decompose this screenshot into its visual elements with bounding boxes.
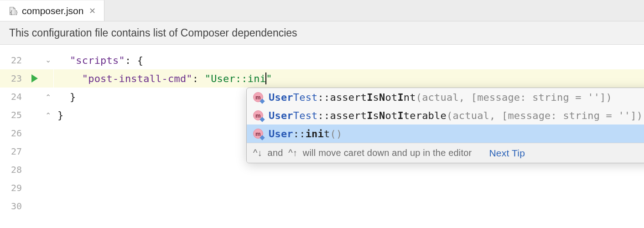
code-line	[54, 45, 644, 51]
banner-text: This configuration file contains list of…	[9, 27, 297, 39]
line-number: 29	[0, 179, 26, 197]
tab-label: composer.json	[22, 5, 83, 16]
code-line	[54, 197, 644, 215]
next-tip-link[interactable]: Next Tip	[489, 148, 525, 159]
code-line	[54, 161, 644, 179]
method-icon: m	[253, 110, 263, 120]
code-line	[54, 179, 644, 197]
completion-text: User::init()	[269, 128, 342, 140]
line-number: 23	[0, 69, 26, 88]
line-number: 22	[0, 51, 26, 69]
fold-end-icon[interactable]: ⌄	[43, 88, 53, 106]
line-number-partial: 21	[0, 45, 26, 51]
line-number: 25	[0, 106, 26, 124]
completion-text: UserTest::assertIsNotInt(actual, [messag…	[269, 92, 612, 103]
line-number: 26	[0, 124, 26, 142]
close-tab-icon[interactable]: ✕	[88, 6, 97, 16]
line-number: 30	[0, 197, 26, 215]
gutter-marks	[26, 45, 43, 228]
line-number: 24	[0, 88, 26, 106]
fold-end-icon[interactable]: ⌄	[43, 106, 53, 124]
line-number: 28	[0, 161, 26, 179]
code-completion-popup: mUserTest::assertIsNotInt(actual, [messa…	[246, 88, 644, 163]
fold-toggle-icon[interactable]: ⌄	[43, 51, 53, 69]
key-hint: ^↑	[288, 148, 297, 158]
completion-item[interactable]: mUserTest::assertIsNotInt(actual, [messa…	[247, 88, 644, 106]
svg-text:{ }: { }	[10, 10, 18, 15]
run-gutter-icon[interactable]	[26, 69, 43, 88]
completion-item[interactable]: mUser::init()	[247, 124, 644, 143]
code-editor[interactable]: 21 22 23 24 25 26 27 28 29 30 ⌄ ⌄ ⌄	[0, 45, 644, 228]
editor-tab-bar: { } composer.json ✕	[0, 0, 644, 21]
method-icon: m	[253, 92, 263, 102]
method-icon: m	[253, 129, 263, 139]
key-hint: ^↓	[253, 148, 262, 158]
tab-composer-json[interactable]: { } composer.json ✕	[0, 0, 104, 21]
completion-item[interactable]: mUserTest::assertIsNotIterable(actual, […	[247, 106, 644, 124]
code-line: "scripts": {	[54, 51, 644, 69]
code-area[interactable]: "scripts": { "post-install-cmd": "User::…	[54, 45, 644, 228]
gutter-line-numbers: 21 22 23 24 25 26 27 28 29 30	[0, 45, 26, 228]
composer-deps-banner: This configuration file contains list of…	[0, 21, 644, 45]
completion-text: UserTest::assertIsNotIterable(actual, [m…	[269, 110, 643, 121]
json-file-icon: { }	[7, 6, 17, 16]
line-number: 27	[0, 142, 26, 161]
gutter-fold: ⌄ ⌄ ⌄	[43, 45, 54, 228]
completion-footer: ^↓ and ^↑ will move caret down and up in…	[247, 143, 644, 163]
code-line-active: "post-install-cmd": "User::ini"	[54, 69, 644, 88]
